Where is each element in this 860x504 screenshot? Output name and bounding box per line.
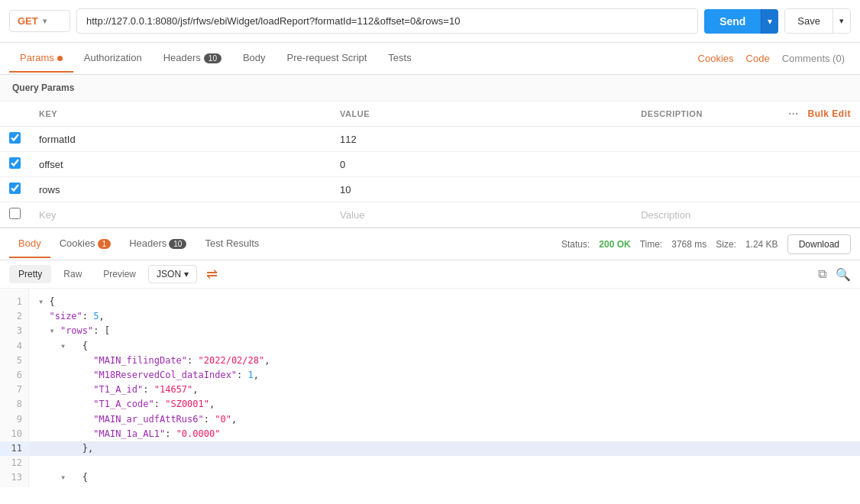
- send-button-group: Send ▾: [704, 9, 778, 34]
- query-params-title: Query Params: [0, 75, 860, 102]
- time-value: 3768 ms: [671, 239, 706, 250]
- tab-tests[interactable]: Tests: [377, 44, 422, 73]
- value-placeholder[interactable]: Value: [331, 202, 632, 228]
- url-input[interactable]: [76, 8, 698, 34]
- row-checkbox-new[interactable]: [9, 208, 21, 219]
- status-label: Status:: [561, 239, 590, 250]
- tab-response-cookies[interactable]: Cookies1: [50, 230, 121, 258]
- tab-response-body[interactable]: Body: [9, 230, 50, 258]
- tab-body[interactable]: Body: [232, 44, 276, 73]
- code-toolbar: Pretty Raw Preview JSON ▾ ⇌ ⧉ 🔍: [0, 260, 860, 289]
- send-arrow-button[interactable]: ▾: [761, 9, 778, 34]
- more-options-icon[interactable]: ···: [788, 108, 798, 120]
- key-cell-0: formatId: [30, 127, 331, 152]
- table-row-empty: Key Value Description: [0, 202, 860, 228]
- table-row: offset 0: [0, 152, 860, 177]
- bottom-tabs: Body Cookies1 Headers10 Test Results Sta…: [0, 228, 860, 260]
- size-label: Size:: [716, 239, 736, 250]
- tab-prerequest[interactable]: Pre-request Script: [276, 44, 378, 73]
- main-tabs: Params Authorization Headers10 Body Pre-…: [0, 43, 860, 75]
- params-section: Query Params KEY VALUE DESCRIPTION ··· B…: [0, 75, 860, 228]
- pretty-button[interactable]: Pretty: [9, 265, 51, 283]
- status-value: 200 OK: [599, 239, 630, 250]
- value-cell-2: 10: [331, 177, 632, 202]
- method-chevron-icon: ▾: [43, 17, 47, 25]
- tab-params[interactable]: Params: [9, 44, 73, 73]
- desc-cell-2: [632, 177, 860, 202]
- download-button[interactable]: Download: [787, 234, 851, 254]
- method-select[interactable]: GET ▾: [9, 10, 70, 32]
- bulk-edit-button[interactable]: Bulk Edit: [807, 108, 851, 119]
- value-cell-1: 0: [331, 152, 632, 177]
- value-cell-0: 112: [331, 127, 632, 152]
- status-info: Status: 200 OK Time: 3768 ms Size: 1.24 …: [561, 234, 851, 254]
- key-cell-2: rows: [30, 177, 331, 202]
- row-checkbox-1[interactable]: [9, 157, 21, 169]
- col-value-header: VALUE: [331, 102, 632, 127]
- copy-icon[interactable]: ⧉: [818, 267, 826, 281]
- params-dot: [57, 56, 63, 61]
- table-row: formatId 112: [0, 127, 860, 152]
- params-table: KEY VALUE DESCRIPTION ··· Bulk Edit: [0, 102, 860, 228]
- language-chevron-icon: ▾: [184, 269, 189, 279]
- desc-placeholder[interactable]: Description: [632, 202, 860, 228]
- table-row: rows 10: [0, 177, 860, 202]
- code-content: ▾ { "size": 5, ▾ "rows": [ ▾ { "MAIN_fil…: [29, 289, 860, 487]
- key-cell-1: offset: [30, 152, 331, 177]
- send-button[interactable]: Send: [704, 9, 761, 34]
- tab-authorization[interactable]: Authorization: [73, 44, 153, 73]
- tab-test-results[interactable]: Test Results: [196, 230, 268, 258]
- method-label: GET: [18, 15, 38, 27]
- size-value: 1.24 KB: [745, 239, 778, 250]
- col-key-header: KEY: [30, 102, 331, 127]
- tab-headers[interactable]: Headers10: [153, 44, 232, 73]
- search-icon[interactable]: 🔍: [836, 267, 851, 282]
- wrap-icon[interactable]: ⇌: [206, 266, 218, 283]
- tab-comments[interactable]: Comments (0): [776, 45, 851, 72]
- tab-code[interactable]: Code: [740, 45, 776, 72]
- col-check-header: [0, 102, 30, 127]
- time-label: Time:: [640, 239, 663, 250]
- save-arrow-button[interactable]: ▾: [833, 9, 850, 33]
- save-button[interactable]: Save: [785, 9, 833, 33]
- line-numbers: 1 2 3 4 5 6 7 8 9 10 11 12 13 14 15 16 1…: [0, 289, 29, 487]
- top-bar: GET ▾ Send ▾ Save ▾: [0, 0, 860, 43]
- key-placeholder[interactable]: Key: [30, 202, 331, 228]
- tab-cookies[interactable]: Cookies: [692, 45, 740, 72]
- save-button-group: Save ▾: [784, 8, 851, 34]
- code-area: 1 2 3 4 5 6 7 8 9 10 11 12 13 14 15 16 1…: [0, 289, 860, 487]
- row-checkbox-0[interactable]: [9, 132, 21, 144]
- desc-cell-0: [632, 127, 860, 152]
- row-checkbox-2[interactable]: [9, 183, 21, 194]
- col-desc-header: DESCRIPTION ··· Bulk Edit: [632, 102, 860, 127]
- language-select[interactable]: JSON ▾: [148, 265, 197, 283]
- tab-response-headers[interactable]: Headers10: [120, 230, 196, 258]
- raw-button[interactable]: Raw: [54, 265, 91, 283]
- preview-button[interactable]: Preview: [94, 265, 145, 283]
- desc-cell-1: [632, 152, 860, 177]
- language-label: JSON: [157, 269, 181, 279]
